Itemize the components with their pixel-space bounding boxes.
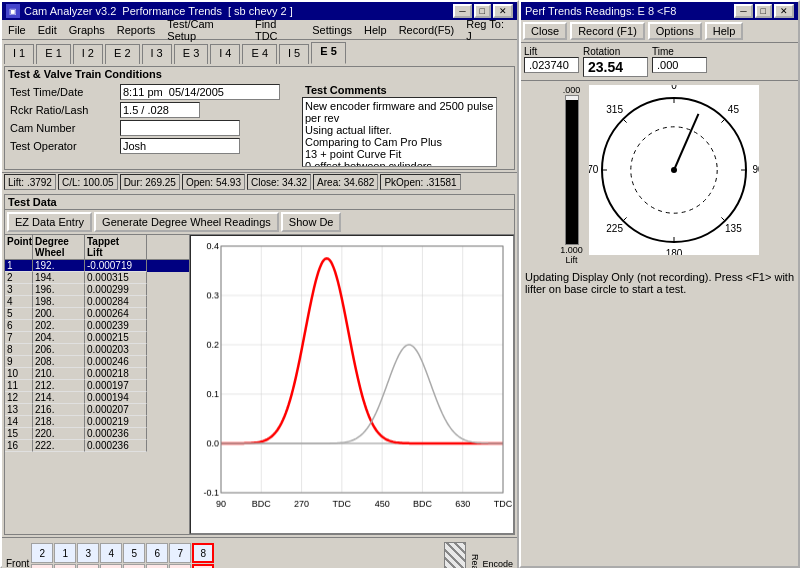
menu-record[interactable]: Record(F5) — [393, 23, 461, 37]
table-row[interactable]: 15 220. 0.000236 — [5, 428, 189, 440]
test-comments-label: Test Comments — [302, 83, 512, 97]
cylinder-pair[interactable]: 21 — [31, 543, 53, 568]
table-row[interactable]: 4 198. 0.000284 — [5, 296, 189, 308]
cyl-top-7[interactable]: 8 — [192, 543, 214, 563]
cyl-bot-7[interactable]: 7 — [192, 564, 214, 568]
table-row[interactable]: 12 214. 0.000194 — [5, 392, 189, 404]
cyl-top-2[interactable]: 3 — [77, 543, 99, 563]
input-datetime[interactable] — [120, 84, 280, 100]
chart-canvas — [191, 236, 513, 533]
table-row[interactable]: 9 208. 0.000246 — [5, 356, 189, 368]
encode-label: Encode — [482, 559, 513, 568]
cylinder-pair[interactable]: 43 — [100, 543, 122, 568]
table-row[interactable]: 16 222. 0.000236 — [5, 440, 189, 452]
tab-i2[interactable]: I 2 — [73, 44, 103, 64]
btn-show-de[interactable]: Show De — [281, 212, 342, 232]
menu-settings[interactable]: Settings — [306, 23, 358, 37]
cylinder-pair[interactable]: 65 — [146, 543, 168, 568]
form-left: Test Time/Date Rckr Ratio/Lash Cam Numbe… — [7, 83, 302, 167]
cyl-bot-6[interactable]: 8 — [169, 564, 191, 568]
form-row-rckr: Rckr Ratio/Lash — [7, 101, 302, 119]
cyl-top-1[interactable]: 1 — [54, 543, 76, 563]
cyl-top-6[interactable]: 7 — [169, 543, 191, 563]
status-area: Area: 34.682 — [313, 174, 378, 190]
table-row[interactable]: 14 218. 0.000219 — [5, 416, 189, 428]
cyl-top-0[interactable]: 2 — [31, 543, 53, 563]
cyl-bot-3[interactable]: 3 — [100, 564, 122, 568]
table-row[interactable]: 7 204. 0.000215 — [5, 332, 189, 344]
cam-main-content: Test & Valve Train Conditions Test Time/… — [2, 64, 517, 568]
tab-i5[interactable]: I 5 — [279, 44, 309, 64]
cyl-top-4[interactable]: 5 — [123, 543, 145, 563]
btn-record-f1[interactable]: Record (F1) — [570, 22, 645, 40]
test-valve-section: Test & Valve Train Conditions Test Time/… — [4, 66, 515, 170]
rear-label: Rear — [470, 554, 480, 568]
gauge-canvas — [589, 85, 759, 255]
cam-bracket: [ sb chevy 2 ] — [228, 5, 293, 17]
cyl-bot-5[interactable]: 5 — [146, 564, 168, 568]
lift-bar-container: .000 1.000 Lift — [560, 85, 583, 265]
cyl-bot-4[interactable]: 6 — [123, 564, 145, 568]
test-valve-title: Test & Valve Train Conditions — [5, 67, 514, 81]
cylinder-pair[interactable]: 87 — [192, 543, 214, 568]
input-operator[interactable] — [120, 138, 240, 154]
menu-reg[interactable]: Reg To: J — [460, 17, 517, 43]
status-pkopen: PkOpen: .31581 — [380, 174, 460, 190]
lift-bar-outer — [565, 95, 579, 245]
tab-i1[interactable]: I 1 — [4, 44, 34, 64]
cylinder-pair[interactable]: 78 — [169, 543, 191, 568]
tab-e5[interactable]: E 5 — [311, 42, 346, 64]
cyl-bot-0[interactable]: 1 — [31, 564, 53, 568]
cylinder-pair[interactable]: 34 — [77, 543, 99, 568]
table-row[interactable]: 1 192. -0.000719 — [5, 260, 189, 272]
table-row[interactable]: 3 196. 0.000299 — [5, 284, 189, 296]
tab-e2[interactable]: E 2 — [105, 44, 140, 64]
btn-generate[interactable]: Generate Degree Wheel Readings — [94, 212, 279, 232]
cam-app-title: Cam Analyzer v3.2 — [24, 5, 116, 17]
cyl-top-3[interactable]: 4 — [100, 543, 122, 563]
table-row[interactable]: 8 206. 0.000203 — [5, 344, 189, 356]
lift-bar-bot: 1.000 — [560, 245, 583, 255]
menu-graphs[interactable]: Graphs — [63, 23, 111, 37]
menu-edit[interactable]: Edit — [32, 23, 63, 37]
lift-bar-label: Lift — [565, 255, 577, 265]
btn-help[interactable]: Help — [705, 22, 744, 40]
app-window: ▣ Cam Analyzer v3.2 Performance Trends [… — [0, 0, 800, 568]
tab-e1[interactable]: E 1 — [36, 44, 71, 64]
menu-testcam[interactable]: Test/Cam Setup — [161, 17, 249, 43]
btn-options[interactable]: Options — [648, 22, 702, 40]
tab-i4[interactable]: I 4 — [210, 44, 240, 64]
menu-reports[interactable]: Reports — [111, 23, 162, 37]
perf-maximize-btn[interactable]: □ — [755, 4, 772, 18]
btn-ez-entry[interactable]: EZ Data Entry — [7, 212, 92, 232]
cyl-top-5[interactable]: 6 — [146, 543, 168, 563]
tab-e4[interactable]: E 4 — [242, 44, 277, 64]
lift-label: Lift — [524, 46, 579, 57]
input-rckr[interactable] — [120, 102, 200, 118]
form-right: Test Comments New encoder firmware and 2… — [302, 83, 512, 167]
cyl-bot-1[interactable]: 2 — [54, 564, 76, 568]
perf-minimize-btn[interactable]: ─ — [734, 4, 752, 18]
tab-e3[interactable]: E 3 — [174, 44, 209, 64]
cyl-bot-2[interactable]: 4 — [77, 564, 99, 568]
table-row[interactable]: 13 216. 0.000207 — [5, 404, 189, 416]
table-row[interactable]: 6 202. 0.000239 — [5, 320, 189, 332]
btn-close[interactable]: Close — [523, 22, 567, 40]
table-row[interactable]: 11 212. 0.000197 — [5, 380, 189, 392]
menu-file[interactable]: File — [2, 23, 32, 37]
table-body[interactable]: 1 192. -0.000719 2 194. 0.000315 3 196. … — [5, 260, 189, 534]
menu-findtdc[interactable]: Find TDC — [249, 17, 306, 43]
table-row[interactable]: 2 194. 0.000315 — [5, 272, 189, 284]
input-camnum[interactable] — [120, 120, 240, 136]
cylinder-pair[interactable]: 56 — [123, 543, 145, 568]
table-row[interactable]: 10 210. 0.000218 — [5, 368, 189, 380]
tab-i3[interactable]: I 3 — [142, 44, 172, 64]
cylinder-pair[interactable]: 12 — [54, 543, 76, 568]
perf-btn-bar: Close Record (F1) Options Help — [521, 20, 798, 43]
status-message: Updating Display Only (not recording). P… — [521, 269, 798, 297]
rotation-value: 23.54 — [583, 57, 648, 77]
test-comments-box[interactable]: New encoder firmware and 2500 pulse per … — [302, 97, 497, 167]
perf-close-btn[interactable]: ✕ — [774, 4, 794, 18]
menu-help[interactable]: Help — [358, 23, 393, 37]
table-row[interactable]: 5 200. 0.000264 — [5, 308, 189, 320]
